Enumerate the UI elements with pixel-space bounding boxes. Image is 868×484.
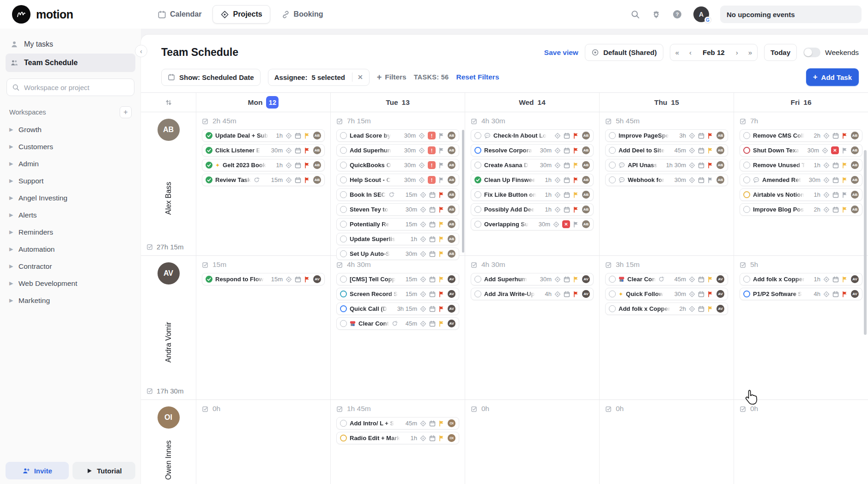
task-status-icon[interactable] [743, 276, 750, 283]
task-status-icon[interactable] [340, 420, 347, 427]
task-chip[interactable]: Lead Score by30m!AB [336, 129, 459, 142]
current-date[interactable]: Feb 12 [697, 44, 731, 60]
task-chip[interactable]: Clean Up Finswee1hAB [471, 174, 594, 186]
tutorial-button[interactable]: Tutorial [73, 462, 136, 479]
task-chip[interactable]: [CMS] Tell Copp15mAV [336, 273, 459, 285]
day-cell-fri[interactable]: 0h [734, 400, 868, 484]
sidebar-workspace-angel-investing[interactable]: ▶Angel Investing [6, 189, 135, 206]
task-chip[interactable]: Add Superhum30mAV [471, 273, 594, 285]
task-chip[interactable]: Add Superhun30m!AB [336, 144, 459, 157]
task-status-icon[interactable] [474, 221, 481, 228]
task-status-icon[interactable] [340, 176, 347, 183]
task-status-icon[interactable] [474, 276, 481, 283]
day-cell-fri[interactable]: 7hRemove CMS Coll2hABShut Down Texa30m✕A… [734, 112, 868, 255]
day-cell-tue[interactable]: 1h 45mAdd Intro/ L + S45mOIRadio Edit + … [331, 400, 465, 484]
task-chip[interactable]: Add folk x Copper2hAV [605, 302, 728, 315]
gear-icon[interactable] [651, 10, 661, 19]
task-status-icon[interactable] [474, 206, 481, 213]
task-chip[interactable]: Remove Unused T1hAB [740, 159, 862, 171]
nav-tab-calendar[interactable]: Calendar [150, 5, 209, 24]
task-chip[interactable]: Create Asana D30mAB [471, 159, 594, 171]
task-chip[interactable]: P1/P2 Software S4hAV [740, 288, 862, 300]
task-chip[interactable]: Webhook for30mAB [605, 174, 728, 186]
day-cell-tue[interactable]: 7h 15mLead Score by30m!ABAdd Superhun30m… [331, 112, 465, 255]
task-chip[interactable]: Book In SEC15mAB [336, 188, 459, 201]
sidebar-workspace-alerts[interactable]: ▶Alerts [6, 206, 135, 224]
sidebar-workspace-admin[interactable]: ▶Admin [6, 155, 135, 172]
nav-tab-projects[interactable]: Projects [212, 5, 270, 24]
cell-scrollbar[interactable] [462, 130, 464, 253]
task-chip[interactable]: Screen Record S15mAV [336, 288, 459, 300]
task-chip[interactable]: Respond to Flow15mAV [202, 273, 325, 285]
task-status-icon[interactable] [609, 132, 616, 139]
task-status-icon[interactable] [340, 147, 347, 154]
task-status-icon[interactable] [474, 162, 481, 169]
task-status-icon[interactable] [340, 290, 347, 297]
day-cell-thu[interactable]: 0h [600, 400, 734, 484]
sidebar-item-team-schedule[interactable]: Team Schedule [6, 54, 135, 72]
nav-tab-booking[interactable]: Booking [274, 5, 331, 24]
day-header-mon[interactable]: Mon12 [196, 93, 331, 112]
task-status-icon[interactable] [609, 290, 616, 297]
scrollbar[interactable] [864, 150, 867, 335]
sidebar-workspace-automation[interactable]: ▶Automation [6, 241, 135, 258]
day-header-thu[interactable]: Thu15 [600, 93, 734, 112]
motion-logo-icon[interactable] [12, 5, 30, 24]
day-cell-thu[interactable]: 5h 45mImprove PageSpe3hABAdd Deel to Sit… [600, 112, 734, 255]
today-button[interactable]: Today [764, 44, 797, 61]
task-status-icon[interactable] [340, 206, 347, 213]
task-chip[interactable]: Potentially Re15mAB [336, 218, 459, 230]
day-cell-mon[interactable]: 15mRespond to Flow15mAV [196, 256, 331, 399]
task-status-icon[interactable] [743, 132, 750, 139]
sidebar-workspace-growth[interactable]: ▶Growth [6, 121, 135, 138]
task-status-icon[interactable] [743, 191, 750, 198]
day-cell-fri[interactable]: 5hAdd folk x Copper1hAVP1/P2 Software S4… [734, 256, 868, 399]
sidebar-workspace-support[interactable]: ▶Support [6, 172, 135, 189]
task-chip[interactable]: Remove CMS Coll2hAB [740, 129, 862, 142]
day-cell-thu[interactable]: 3h 15mClear Con45mAV✦Quick Follow30mAVAd… [600, 256, 734, 399]
sidebar-workspace-web-development[interactable]: ▶Web Development [6, 275, 135, 292]
prev-day-button[interactable]: ‹ [684, 44, 697, 60]
task-chip[interactable]: Add Jira Write-Up4hAV [471, 288, 594, 300]
task-complete-icon[interactable] [206, 132, 212, 139]
task-chip[interactable]: Resolve Corpora30mAB [471, 144, 594, 157]
task-chip[interactable]: Update Superlis1hAB [336, 233, 459, 245]
task-status-icon[interactable] [474, 132, 481, 139]
sidebar-workspace-customers[interactable]: ▶Customers [6, 138, 135, 155]
task-status-icon[interactable] [743, 290, 750, 297]
assignee-filter-pill[interactable]: Assignee: 5 selected ✕ [268, 69, 370, 86]
avatar[interactable]: AB [158, 119, 180, 141]
workspace-search[interactable] [6, 79, 134, 96]
upcoming-events-pill[interactable]: No upcoming events [720, 6, 862, 23]
task-status-icon[interactable] [340, 305, 347, 312]
day-cell-wed[interactable]: 4h 30mCheck-In About LoABResolve Corpora… [465, 112, 600, 255]
task-chip[interactable]: Airtable vs Notion1hAB [740, 188, 862, 201]
workspace-search-input[interactable] [24, 84, 116, 91]
task-chip[interactable]: Review Task15mAB [202, 174, 325, 186]
day-header-fri[interactable]: Fri16 [734, 93, 868, 112]
task-chip[interactable]: Add Deel to Site45mAB [605, 144, 728, 157]
task-status-icon[interactable] [743, 206, 750, 213]
sidebar-workspace-reminders[interactable]: ▶Reminders [6, 224, 135, 241]
task-chip[interactable]: Clear Con45mAV [605, 273, 728, 285]
task-status-icon[interactable] [340, 162, 347, 169]
next-day-button[interactable]: › [731, 44, 743, 60]
task-chip[interactable]: Improve Blog Pos2hAB [740, 203, 862, 216]
task-chip[interactable]: Update Deal + Sub1hAB [202, 129, 325, 142]
day-cell-wed[interactable]: 4h 30mAdd Superhum30mAVAdd Jira Write-Up… [465, 256, 600, 399]
task-status-icon[interactable] [743, 176, 750, 183]
avatar[interactable]: AV [158, 262, 180, 284]
clear-assignee-filter-icon[interactable]: ✕ [358, 73, 363, 81]
sort-icon[interactable] [141, 93, 196, 112]
invite-button[interactable]: Invite [6, 462, 69, 479]
task-complete-icon[interactable] [206, 162, 212, 169]
task-status-icon[interactable] [340, 191, 347, 198]
avatar[interactable]: OI [158, 406, 180, 429]
task-complete-icon[interactable] [206, 176, 212, 183]
first-week-button[interactable]: « [670, 44, 684, 60]
task-status-icon[interactable] [743, 162, 750, 169]
task-status-icon[interactable] [474, 191, 481, 198]
task-status-icon[interactable] [340, 276, 347, 283]
add-filter-button[interactable]: + Filters [377, 73, 407, 82]
task-chip[interactable]: Add folk x Copper1hAV [740, 273, 862, 285]
